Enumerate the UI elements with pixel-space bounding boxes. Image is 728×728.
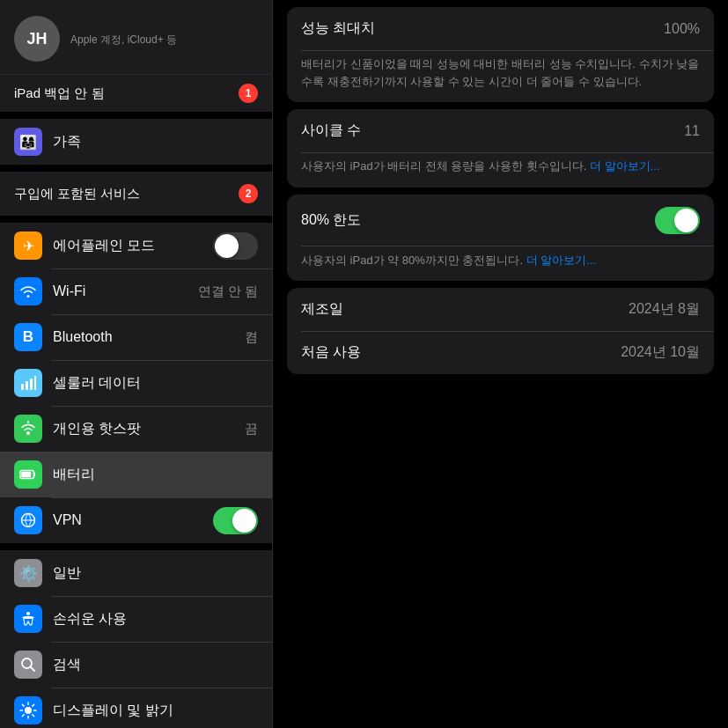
cellular-label: 셀룰러 데이터 [53,374,258,393]
limit-desc: 사용자의 iPad가 약 80%까지만 충전됩니다. 더 알아보기... [287,246,714,282]
bluetooth-icon: B [14,323,42,351]
cycle-row: 사이클 수 11 [287,109,714,152]
svg-line-19 [33,715,34,717]
sidebar-item-cellular[interactable]: 셀룰러 데이터 [0,360,272,406]
divider-3 [0,216,272,223]
limit-link[interactable]: 더 알아보기... [526,254,596,267]
vpn-label: VPN [53,512,202,528]
first-use-row: 처음 사용 2024년 10월 [287,331,714,374]
first-use-value: 2024년 10월 [621,343,700,362]
svg-rect-7 [21,472,31,477]
sidebar-item-display[interactable]: 디스플레이 및 밝기 [0,688,272,728]
purchased-badge: 2 [239,184,258,203]
dates-section: 제조일 2024년 8월 처음 사용 2024년 10월 [287,288,714,374]
display-icon [14,696,42,724]
bottom-settings-group: ⚙️ 일반 손쉬운 사용 검색 [0,550,272,728]
cycle-section: 사이클 수 11 사용자의 iPad가 배터리 전체 용량을 사용한 횟수입니다… [287,109,714,188]
performance-section: 성능 최대치 100% 배터리가 신품이었을 때의 성능에 대비한 배터리 성능… [287,7,714,102]
svg-line-21 [33,704,34,706]
bluetooth-value: 켬 [245,329,258,346]
backup-row[interactable]: iPad 백업 안 됨 1 [0,74,272,112]
svg-line-20 [22,715,24,717]
manufacture-label: 제조일 [301,300,343,319]
performance-value: 100% [664,21,700,37]
general-icon: ⚙️ [14,559,42,587]
search-icon [14,651,42,679]
cycle-desc: 사용자의 iPad가 배터리 전체 용량을 사용한 횟수입니다. 더 알아보기.… [287,152,714,188]
family-group: 👨‍👩‍👧 가족 [0,119,272,165]
sidebar-item-family[interactable]: 👨‍👩‍👧 가족 [0,119,272,165]
svg-rect-2 [30,379,33,390]
performance-desc: 배터리가 신품이었을 때의 성능에 대비한 배터리 성능 수치입니다. 수치가 … [287,50,714,102]
accessibility-icon [14,605,42,633]
limit-label: 80% 한도 [301,211,361,230]
sidebar-item-battery[interactable]: 배터리 [0,452,272,497]
profile-section[interactable]: JH Apple 계정, iCloud+ 등 [0,0,272,74]
manufacture-value: 2024년 8월 [629,300,700,319]
backup-label: iPad 백업 안 됨 [14,85,105,102]
purchased-section[interactable]: 구입에 포함된 서비스 2 [0,172,272,216]
sidebar-item-bluetooth[interactable]: B Bluetooth 켬 [0,314,272,360]
display-label: 디스플레이 및 밝기 [53,702,258,720]
battery-icon [14,460,42,489]
hotspot-icon [14,415,42,443]
performance-label: 성능 최대치 [301,19,375,38]
svg-rect-1 [26,381,28,390]
sidebar-item-airplane[interactable]: ✈ 에어플레인 모드 [0,223,272,268]
main-content: 성능 최대치 100% 배터리가 신품이었을 때의 성능에 대비한 배터리 성능… [273,0,728,728]
cycle-value: 11 [684,123,700,139]
accessibility-label: 손쉬운 사용 [53,610,258,629]
sidebar-item-hotspot[interactable]: 개인용 핫스팟 끔 [0,406,272,452]
divider-1 [0,112,272,119]
svg-rect-0 [21,384,24,390]
family-label: 가족 [53,133,258,151]
limit-row: 80% 한도 [287,195,714,246]
sidebar-item-search[interactable]: 검색 [0,642,272,688]
profile-info: Apple 계정, iCloud+ 등 [70,31,177,48]
hotspot-value: 끔 [245,421,258,438]
avatar: JH [14,16,60,62]
first-use-label: 처음 사용 [301,343,361,362]
svg-line-12 [31,667,35,672]
sidebar: JH Apple 계정, iCloud+ 등 iPad 백업 안 됨 1 👨‍👩… [0,0,273,728]
wifi-label: Wi-Fi [53,283,188,299]
wifi-icon [14,277,42,305]
svg-rect-3 [34,376,36,390]
cellular-icon [14,369,42,397]
search-label: 검색 [53,656,258,674]
airplane-icon: ✈ [14,232,42,260]
svg-line-18 [22,704,24,706]
vpn-icon [14,506,42,534]
airplane-label: 에어플레인 모드 [53,237,202,255]
cycle-label: 사이클 수 [301,121,361,140]
airplane-toggle[interactable] [213,232,258,260]
sidebar-item-general[interactable]: ⚙️ 일반 [0,550,272,596]
hotspot-label: 개인용 핫스팟 [53,420,234,438]
performance-row: 성능 최대치 100% [287,7,714,50]
svg-point-13 [25,707,32,714]
svg-point-4 [26,431,30,435]
svg-point-10 [26,612,30,615]
backup-badge: 1 [239,84,258,103]
purchased-label: 구입에 포함된 서비스 [14,186,140,202]
divider-2 [0,165,272,172]
wifi-value: 연결 안 됨 [198,283,258,300]
family-icon: 👨‍👩‍👧 [14,128,42,156]
sidebar-item-wifi[interactable]: Wi-Fi 연결 안 됨 [0,268,272,314]
cycle-link[interactable]: 더 알아보기... [590,159,659,173]
divider-4 [0,543,272,550]
bluetooth-label: Bluetooth [53,329,234,345]
vpn-toggle[interactable] [213,507,258,534]
battery-label: 배터리 [53,466,258,484]
profile-sub: Apple 계정, iCloud+ 등 [70,33,177,48]
sidebar-item-vpn[interactable]: VPN [0,497,272,543]
manufacture-row: 제조일 2024년 8월 [287,288,714,331]
limit-toggle[interactable] [655,207,700,234]
network-settings-group: ✈ 에어플레인 모드 Wi-Fi 연결 안 됨 B Bluetooth 켬 [0,223,272,543]
sidebar-item-accessibility[interactable]: 손쉬운 사용 [0,596,272,642]
limit-section: 80% 한도 사용자의 iPad가 약 80%까지만 충전됩니다. 더 알아보기… [287,195,714,282]
general-label: 일반 [53,564,258,583]
